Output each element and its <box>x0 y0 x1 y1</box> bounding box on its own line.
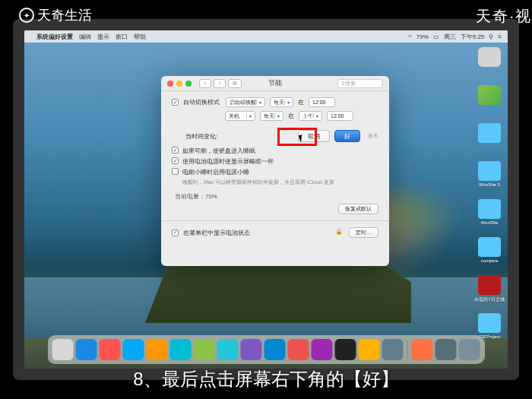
dock-app-9[interactable] <box>264 339 286 360</box>
opt1-checkbox[interactable]: ✓ <box>172 147 179 154</box>
desktop-icon-folder[interactable]: comjava <box>476 237 503 269</box>
dock-app-15[interactable] <box>412 339 433 360</box>
notification-icon[interactable]: ≡ <box>498 33 502 40</box>
subtitle-caption: 8、最后点击屏幕右下角的【好】 <box>0 361 532 399</box>
desktop-icon-disk[interactable] <box>476 47 503 79</box>
at-label: 在 <box>298 98 304 106</box>
menubar-view[interactable]: 显示 <box>97 33 109 41</box>
menubar-app-name[interactable]: 系统偏好设置 <box>36 33 73 41</box>
confirm-label: 当时间变化: <box>172 132 217 141</box>
maximize-icon[interactable] <box>185 81 192 87</box>
desktop-icon-app[interactable]: 永远的7日之城 <box>476 275 503 307</box>
dock-app-5[interactable] <box>170 339 192 360</box>
divider <box>161 220 389 221</box>
spotlight-icon[interactable]: ⚲ <box>489 33 493 40</box>
dock-app-7[interactable] <box>217 339 239 360</box>
traffic-lights <box>167 81 192 87</box>
menubar: 系统偏好设置 编辑 显示 窗口 帮助 ⌔ 79% ▭ 周三 下午5:25 ⚲ ≡ <box>24 30 508 43</box>
forward-button[interactable]: › <box>214 79 226 88</box>
dock-app-0[interactable] <box>52 339 74 360</box>
desktop-icon-folder[interactable]: WooShe <box>476 199 503 231</box>
time-field-1[interactable]: 12:00 <box>309 97 335 107</box>
dock-separator <box>407 340 408 359</box>
opt3-label: 电能小睡时启用电源小睡 <box>182 168 249 176</box>
show-battery-checkbox[interactable]: ✓ <box>172 230 179 236</box>
time-field-2[interactable]: 12:00 <box>327 111 353 121</box>
dock-app-3[interactable] <box>123 339 144 360</box>
monitor-frame: 系统偏好设置 编辑 显示 窗口 帮助 ⌔ 79% ▭ 周三 下午5:25 ⚲ ≡… <box>13 19 519 380</box>
mouse-cursor-icon <box>299 135 307 145</box>
restore-defaults-button[interactable]: 恢复成默认 <box>338 204 378 214</box>
dock-app-10[interactable] <box>288 339 309 360</box>
opt3-checkbox[interactable] <box>172 168 179 175</box>
schedule-button[interactable]: 定时… <box>349 227 378 238</box>
battery-icon[interactable]: ▭ <box>433 33 439 40</box>
auto-switch-label: 自动切换模式 <box>183 98 221 106</box>
menubar-time[interactable]: 下午5:25 <box>461 33 485 41</box>
auto-switch-checkbox[interactable]: ✓ <box>172 99 179 106</box>
lock-icon[interactable]: 🔒 <box>335 228 344 237</box>
menubar-edit[interactable]: 编辑 <box>79 33 91 41</box>
dock-app-11[interactable] <box>312 339 333 360</box>
ampm-select[interactable]: 上午▾ <box>299 111 322 121</box>
dock <box>48 335 485 364</box>
dock-app-1[interactable] <box>76 339 97 360</box>
magnifier-icon: ✦ <box>19 8 34 23</box>
grid-button[interactable]: ⊞ <box>228 79 242 88</box>
at-label-2: 在 <box>288 112 294 120</box>
ok-button[interactable]: 好 <box>334 130 360 142</box>
watermark-top-left: ✦ 天奇生活 <box>19 6 92 24</box>
dock-app-6[interactable] <box>194 339 215 360</box>
opt1-label: 如果可能，使硬盘进入睡眠 <box>182 147 255 155</box>
dock-app-17[interactable] <box>459 339 480 360</box>
shutdown-select[interactable]: 关机▾ <box>225 111 255 121</box>
menubar-day[interactable]: 周三 <box>444 33 456 41</box>
window-titlebar[interactable]: ‹ › ⊞ 节能 ⚲ 搜索 <box>161 76 389 91</box>
opt2-checkbox[interactable]: ✓ <box>172 157 179 164</box>
opt2-label: 使用电池电源时使显示屏略暗一些 <box>182 157 274 166</box>
menubar-window[interactable]: 窗口 <box>116 33 128 41</box>
hint-text: 唤醒时，Mac 可以检查新邮件和软件更新，并且应用 iCloud 更新 <box>182 179 378 186</box>
watermark-text: 天奇生活 <box>37 6 92 24</box>
every-select-1[interactable]: 每天▾ <box>270 97 293 107</box>
dock-app-8[interactable] <box>241 339 262 360</box>
search-input[interactable]: ⚲ 搜索 <box>337 79 383 88</box>
battery-status: 当前电量：70% <box>172 192 378 201</box>
minimize-icon[interactable] <box>176 81 182 87</box>
back-button[interactable]: ‹ <box>199 79 211 88</box>
dock-app-12[interactable] <box>335 339 356 360</box>
every-select-2[interactable]: 每天▾ <box>260 111 283 121</box>
desktop-icon-screenshot[interactable] <box>476 85 503 117</box>
dock-app-16[interactable] <box>435 339 457 360</box>
dock-app-4[interactable] <box>147 339 168 360</box>
wifi-icon[interactable]: ⌔ <box>408 33 412 40</box>
dock-app-13[interactable] <box>359 339 380 360</box>
close-icon[interactable] <box>167 81 173 87</box>
startup-select[interactable]: 启动或唤醒▾ <box>226 97 265 107</box>
menubar-help[interactable]: 帮助 <box>134 33 146 41</box>
system-prefs-window: ‹ › ⊞ 节能 ⚲ 搜索 ✓ 自动切换模式 启动或唤醒▾ 每天▾ 在 12:0… <box>161 76 389 266</box>
desktop-icon-folder[interactable] <box>476 123 503 155</box>
dock-app-2[interactable] <box>100 339 121 360</box>
dock-app-14[interactable] <box>382 339 404 360</box>
watermark-top-right: 天奇·视 <box>476 6 532 27</box>
tutorial-highlight-box <box>277 128 317 146</box>
battery-percent[interactable]: 79% <box>416 33 429 40</box>
macos-screen: 系统偏好设置 编辑 显示 窗口 帮助 ⌔ 79% ▭ 周三 下午5:25 ⚲ ≡… <box>24 30 508 369</box>
desktop-icons: WooShe 3 WooShe comjava 永远的7日之城 J2EProje… <box>476 47 503 345</box>
show-battery-label: 在菜单栏中显示电池状态 <box>183 229 250 237</box>
desktop-icon-folder[interactable]: WooShe 3 <box>476 161 503 193</box>
